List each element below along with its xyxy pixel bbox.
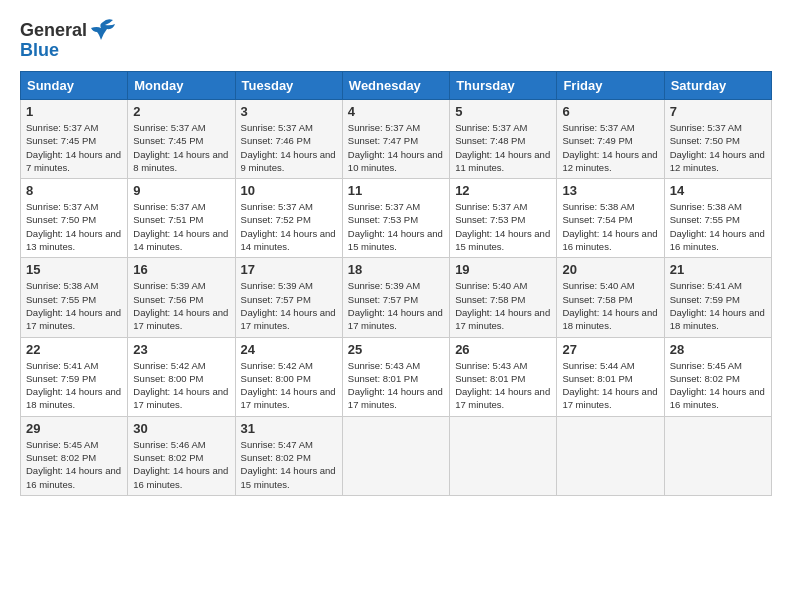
day-number: 24 <box>241 342 337 357</box>
logo-bird-icon <box>89 16 117 44</box>
day-number: 4 <box>348 104 444 119</box>
calendar-body: 1Sunrise: 5:37 AMSunset: 7:45 PMDaylight… <box>21 100 772 496</box>
calendar-day-cell: 3Sunrise: 5:37 AMSunset: 7:46 PMDaylight… <box>235 100 342 179</box>
calendar-day-cell: 15Sunrise: 5:38 AMSunset: 7:55 PMDayligh… <box>21 258 128 337</box>
calendar-day-cell: 17Sunrise: 5:39 AMSunset: 7:57 PMDayligh… <box>235 258 342 337</box>
calendar-day-cell: 12Sunrise: 5:37 AMSunset: 7:53 PMDayligh… <box>450 179 557 258</box>
day-info: Sunrise: 5:38 AMSunset: 7:55 PMDaylight:… <box>670 201 765 252</box>
day-info: Sunrise: 5:37 AMSunset: 7:53 PMDaylight:… <box>455 201 550 252</box>
day-number: 31 <box>241 421 337 436</box>
day-info: Sunrise: 5:37 AMSunset: 7:53 PMDaylight:… <box>348 201 443 252</box>
day-info: Sunrise: 5:38 AMSunset: 7:55 PMDaylight:… <box>26 280 121 331</box>
day-number: 6 <box>562 104 658 119</box>
calendar-day-cell <box>450 416 557 495</box>
calendar-day-cell: 23Sunrise: 5:42 AMSunset: 8:00 PMDayligh… <box>128 337 235 416</box>
calendar-day-cell: 22Sunrise: 5:41 AMSunset: 7:59 PMDayligh… <box>21 337 128 416</box>
logo-general-text: General <box>20 20 87 41</box>
day-info: Sunrise: 5:38 AMSunset: 7:54 PMDaylight:… <box>562 201 657 252</box>
day-info: Sunrise: 5:37 AMSunset: 7:47 PMDaylight:… <box>348 122 443 173</box>
weekday-header-cell: Tuesday <box>235 72 342 100</box>
day-info: Sunrise: 5:41 AMSunset: 7:59 PMDaylight:… <box>670 280 765 331</box>
day-number: 11 <box>348 183 444 198</box>
day-number: 18 <box>348 262 444 277</box>
day-info: Sunrise: 5:44 AMSunset: 8:01 PMDaylight:… <box>562 360 657 411</box>
day-info: Sunrise: 5:42 AMSunset: 8:00 PMDaylight:… <box>241 360 336 411</box>
calendar-week-row: 29Sunrise: 5:45 AMSunset: 8:02 PMDayligh… <box>21 416 772 495</box>
day-info: Sunrise: 5:37 AMSunset: 7:45 PMDaylight:… <box>26 122 121 173</box>
calendar-day-cell: 8Sunrise: 5:37 AMSunset: 7:50 PMDaylight… <box>21 179 128 258</box>
calendar-week-row: 8Sunrise: 5:37 AMSunset: 7:50 PMDaylight… <box>21 179 772 258</box>
weekday-header-row: SundayMondayTuesdayWednesdayThursdayFrid… <box>21 72 772 100</box>
day-info: Sunrise: 5:40 AMSunset: 7:58 PMDaylight:… <box>455 280 550 331</box>
day-info: Sunrise: 5:43 AMSunset: 8:01 PMDaylight:… <box>455 360 550 411</box>
day-number: 13 <box>562 183 658 198</box>
day-info: Sunrise: 5:40 AMSunset: 7:58 PMDaylight:… <box>562 280 657 331</box>
weekday-header-cell: Sunday <box>21 72 128 100</box>
calendar-day-cell: 2Sunrise: 5:37 AMSunset: 7:45 PMDaylight… <box>128 100 235 179</box>
day-info: Sunrise: 5:37 AMSunset: 7:50 PMDaylight:… <box>670 122 765 173</box>
day-number: 22 <box>26 342 122 357</box>
day-number: 28 <box>670 342 766 357</box>
day-info: Sunrise: 5:37 AMSunset: 7:50 PMDaylight:… <box>26 201 121 252</box>
day-number: 21 <box>670 262 766 277</box>
day-number: 1 <box>26 104 122 119</box>
day-number: 16 <box>133 262 229 277</box>
day-info: Sunrise: 5:37 AMSunset: 7:45 PMDaylight:… <box>133 122 228 173</box>
day-number: 2 <box>133 104 229 119</box>
calendar-day-cell: 16Sunrise: 5:39 AMSunset: 7:56 PMDayligh… <box>128 258 235 337</box>
day-number: 7 <box>670 104 766 119</box>
day-info: Sunrise: 5:37 AMSunset: 7:52 PMDaylight:… <box>241 201 336 252</box>
calendar-day-cell: 27Sunrise: 5:44 AMSunset: 8:01 PMDayligh… <box>557 337 664 416</box>
calendar-day-cell: 4Sunrise: 5:37 AMSunset: 7:47 PMDaylight… <box>342 100 449 179</box>
calendar-day-cell: 11Sunrise: 5:37 AMSunset: 7:53 PMDayligh… <box>342 179 449 258</box>
day-info: Sunrise: 5:37 AMSunset: 7:46 PMDaylight:… <box>241 122 336 173</box>
day-number: 19 <box>455 262 551 277</box>
day-number: 8 <box>26 183 122 198</box>
calendar-day-cell: 24Sunrise: 5:42 AMSunset: 8:00 PMDayligh… <box>235 337 342 416</box>
day-info: Sunrise: 5:37 AMSunset: 7:48 PMDaylight:… <box>455 122 550 173</box>
day-number: 27 <box>562 342 658 357</box>
calendar-day-cell: 13Sunrise: 5:38 AMSunset: 7:54 PMDayligh… <box>557 179 664 258</box>
calendar-day-cell: 29Sunrise: 5:45 AMSunset: 8:02 PMDayligh… <box>21 416 128 495</box>
day-info: Sunrise: 5:37 AMSunset: 7:49 PMDaylight:… <box>562 122 657 173</box>
day-number: 20 <box>562 262 658 277</box>
day-number: 5 <box>455 104 551 119</box>
weekday-header-cell: Wednesday <box>342 72 449 100</box>
calendar-day-cell: 14Sunrise: 5:38 AMSunset: 7:55 PMDayligh… <box>664 179 771 258</box>
calendar-day-cell <box>342 416 449 495</box>
calendar-day-cell: 18Sunrise: 5:39 AMSunset: 7:57 PMDayligh… <box>342 258 449 337</box>
calendar-table: SundayMondayTuesdayWednesdayThursdayFrid… <box>20 71 772 496</box>
calendar-day-cell: 20Sunrise: 5:40 AMSunset: 7:58 PMDayligh… <box>557 258 664 337</box>
weekday-header-cell: Thursday <box>450 72 557 100</box>
day-number: 25 <box>348 342 444 357</box>
calendar-day-cell: 19Sunrise: 5:40 AMSunset: 7:58 PMDayligh… <box>450 258 557 337</box>
day-number: 14 <box>670 183 766 198</box>
day-info: Sunrise: 5:39 AMSunset: 7:57 PMDaylight:… <box>241 280 336 331</box>
page: General Blue SundayMondayTuesdayWednesda… <box>0 0 792 506</box>
weekday-header-cell: Friday <box>557 72 664 100</box>
calendar-day-cell: 6Sunrise: 5:37 AMSunset: 7:49 PMDaylight… <box>557 100 664 179</box>
calendar-day-cell: 7Sunrise: 5:37 AMSunset: 7:50 PMDaylight… <box>664 100 771 179</box>
day-info: Sunrise: 5:43 AMSunset: 8:01 PMDaylight:… <box>348 360 443 411</box>
calendar-day-cell: 5Sunrise: 5:37 AMSunset: 7:48 PMDaylight… <box>450 100 557 179</box>
day-number: 3 <box>241 104 337 119</box>
day-number: 30 <box>133 421 229 436</box>
day-info: Sunrise: 5:39 AMSunset: 7:56 PMDaylight:… <box>133 280 228 331</box>
day-number: 15 <box>26 262 122 277</box>
calendar-day-cell: 9Sunrise: 5:37 AMSunset: 7:51 PMDaylight… <box>128 179 235 258</box>
calendar-day-cell: 30Sunrise: 5:46 AMSunset: 8:02 PMDayligh… <box>128 416 235 495</box>
calendar-week-row: 15Sunrise: 5:38 AMSunset: 7:55 PMDayligh… <box>21 258 772 337</box>
day-info: Sunrise: 5:41 AMSunset: 7:59 PMDaylight:… <box>26 360 121 411</box>
calendar-day-cell: 28Sunrise: 5:45 AMSunset: 8:02 PMDayligh… <box>664 337 771 416</box>
calendar-week-row: 22Sunrise: 5:41 AMSunset: 7:59 PMDayligh… <box>21 337 772 416</box>
calendar-day-cell: 26Sunrise: 5:43 AMSunset: 8:01 PMDayligh… <box>450 337 557 416</box>
day-info: Sunrise: 5:42 AMSunset: 8:00 PMDaylight:… <box>133 360 228 411</box>
day-info: Sunrise: 5:37 AMSunset: 7:51 PMDaylight:… <box>133 201 228 252</box>
calendar-day-cell: 21Sunrise: 5:41 AMSunset: 7:59 PMDayligh… <box>664 258 771 337</box>
calendar-day-cell: 1Sunrise: 5:37 AMSunset: 7:45 PMDaylight… <box>21 100 128 179</box>
day-info: Sunrise: 5:47 AMSunset: 8:02 PMDaylight:… <box>241 439 336 490</box>
calendar-day-cell <box>557 416 664 495</box>
logo: General Blue <box>20 16 117 61</box>
day-info: Sunrise: 5:45 AMSunset: 8:02 PMDaylight:… <box>670 360 765 411</box>
day-number: 23 <box>133 342 229 357</box>
